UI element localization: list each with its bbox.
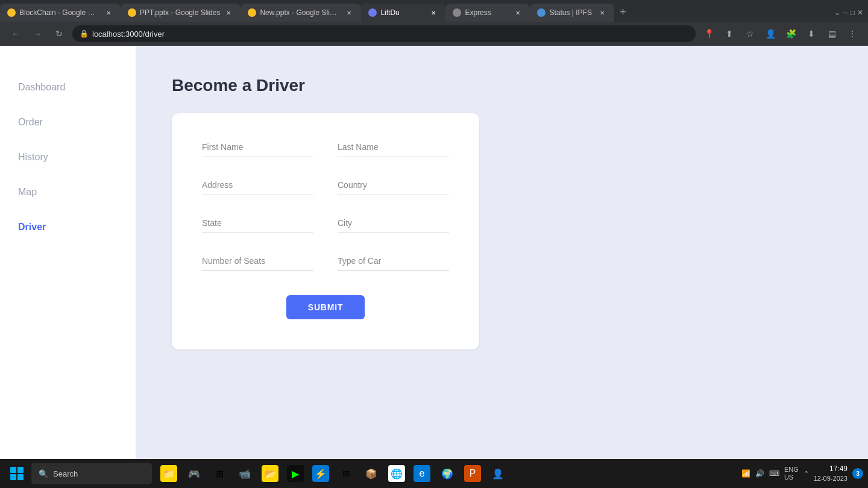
win-cell-2 bbox=[17, 467, 24, 473]
extensions-icon[interactable]: 🧩 bbox=[782, 25, 799, 42]
taskbar-apps: 📁 🎮 ⊞ 📹 📂 ▶ ⚡ ✉ 📦 🌐 e bbox=[157, 461, 510, 486]
state-input[interactable] bbox=[202, 213, 313, 233]
taskbar-app-chrome[interactable]: 🌐 bbox=[385, 461, 409, 486]
state-field bbox=[202, 213, 313, 233]
driver-form: SUBMIT bbox=[202, 137, 449, 319]
bookmark-icon[interactable]: ☆ bbox=[741, 25, 758, 42]
last-name-input[interactable] bbox=[338, 137, 449, 157]
tab-1-close[interactable]: ✕ bbox=[104, 8, 113, 17]
mail-icon: ✉ bbox=[338, 465, 354, 482]
tab-scroll-arrows[interactable]: ⌄ ─ □ ✕ bbox=[834, 4, 868, 22]
taskbar-app-game[interactable]: 🎮 bbox=[182, 461, 206, 486]
submit-button[interactable]: SUBMIT bbox=[286, 295, 365, 319]
tab-3[interactable]: New.pptx - Google Slides ✕ bbox=[241, 4, 361, 22]
tab-arrow-down[interactable]: ⌄ bbox=[834, 8, 840, 17]
form-grid bbox=[202, 137, 449, 271]
win-cell-4 bbox=[17, 474, 24, 480]
notification-badge[interactable]: 3 bbox=[852, 468, 863, 479]
tab-1-title: BlockChain - Google Drive bbox=[19, 8, 100, 17]
tab-2[interactable]: PPT.pptx - Google Slides ✕ bbox=[121, 4, 241, 22]
reload-button[interactable]: ↻ bbox=[51, 25, 68, 42]
city-input[interactable] bbox=[338, 213, 449, 233]
taskbar-clock[interactable]: 17:49 12-09-2023 bbox=[814, 464, 848, 483]
tab-2-close[interactable]: ✕ bbox=[224, 8, 233, 17]
sidebar-item-dashboard[interactable]: Dashboard bbox=[0, 70, 136, 105]
profile-icon[interactable]: 👤 bbox=[762, 25, 779, 42]
chrome2-icon: 🌍 bbox=[439, 465, 456, 482]
tab-4-close[interactable]: ✕ bbox=[429, 8, 438, 17]
taskbar-app-mail[interactable]: ✉ bbox=[334, 461, 358, 486]
taskbar-app-edge[interactable]: e bbox=[410, 461, 434, 486]
tab-1-favicon bbox=[7, 8, 16, 17]
address-actions: 📍 ⬆ ☆ 👤 🧩 ⬇ ▤ ⋮ bbox=[700, 25, 861, 42]
menu-icon[interactable]: ⋮ bbox=[844, 25, 861, 42]
game-icon: 🎮 bbox=[186, 465, 203, 482]
first-name-input[interactable] bbox=[202, 137, 313, 157]
keyboard-icon[interactable]: ⌨ bbox=[769, 469, 779, 478]
sidebar-item-order[interactable]: Order bbox=[0, 105, 136, 140]
share-icon[interactable]: ⬆ bbox=[721, 25, 738, 42]
tab-5[interactable]: Express ✕ bbox=[445, 4, 530, 22]
taskbar-app-box[interactable]: 📦 bbox=[359, 461, 383, 486]
taskbar-app-taskview[interactable]: ⊞ bbox=[207, 461, 231, 486]
language-indicator: ENGUS bbox=[784, 466, 799, 481]
win-cell-1 bbox=[10, 467, 16, 473]
tab-3-favicon bbox=[248, 8, 256, 17]
tab-bar: BlockChain - Google Drive ✕ PPT.pptx - G… bbox=[0, 0, 868, 22]
speaker-icon[interactable]: 🔊 bbox=[755, 469, 764, 478]
taskbar-app-ppt[interactable]: P bbox=[461, 461, 485, 486]
last-name-field bbox=[338, 137, 449, 157]
windows-logo bbox=[10, 467, 24, 480]
wifi-icon[interactable]: 📶 bbox=[741, 469, 750, 478]
window-close[interactable]: ✕ bbox=[857, 8, 863, 17]
window-minimize[interactable]: ─ bbox=[843, 8, 848, 17]
country-input[interactable] bbox=[338, 175, 449, 195]
taskbar-app-video[interactable]: 📹 bbox=[233, 461, 257, 486]
address-input[interactable] bbox=[202, 175, 313, 195]
submit-container: SUBMIT bbox=[202, 295, 449, 319]
seats-input[interactable] bbox=[202, 251, 313, 271]
location-icon[interactable]: 📍 bbox=[700, 25, 717, 42]
start-button[interactable] bbox=[5, 461, 29, 486]
taskbar-app-terminal[interactable]: ▶ bbox=[283, 461, 307, 486]
page-title: Become a Driver bbox=[172, 76, 832, 95]
sidebar-nav: Dashboard Order History Map Driver bbox=[0, 70, 136, 245]
download-icon[interactable]: ⬇ bbox=[803, 25, 820, 42]
taskbar-app-chrome2[interactable]: 🌍 bbox=[435, 461, 459, 486]
sidebar-item-history[interactable]: History bbox=[0, 140, 136, 175]
tab-5-close[interactable]: ✕ bbox=[513, 8, 523, 17]
system-icons[interactable]: ⌃ bbox=[804, 470, 809, 478]
tab-3-title: New.pptx - Google Slides bbox=[260, 8, 341, 17]
ppt-icon: P bbox=[464, 465, 481, 482]
back-button[interactable]: ← bbox=[7, 25, 24, 42]
tab-2-favicon bbox=[128, 8, 136, 17]
sidebar-item-map[interactable]: Map bbox=[0, 175, 136, 210]
tab-6[interactable]: Status | IPFS ✕ bbox=[530, 4, 614, 22]
sidebar: Dashboard Order History Map Driver bbox=[0, 46, 136, 459]
sidebar-toggle-icon[interactable]: ▤ bbox=[823, 25, 840, 42]
tab-4[interactable]: LiftDu ✕ bbox=[361, 4, 445, 22]
taskbar-app-profile[interactable]: 👤 bbox=[486, 461, 510, 486]
driver-form-card: SUBMIT bbox=[172, 113, 479, 349]
first-name-field bbox=[202, 137, 313, 157]
window-maximize[interactable]: □ bbox=[851, 8, 855, 17]
edge-icon: e bbox=[414, 465, 430, 482]
tab-3-close[interactable]: ✕ bbox=[344, 8, 354, 17]
taskbar-app-explorer[interactable]: 📂 bbox=[258, 461, 282, 486]
lock-icon: 🔒 bbox=[80, 30, 89, 38]
tab-5-favicon bbox=[453, 8, 461, 17]
terminal-icon: ▶ bbox=[287, 465, 304, 482]
taskbar-search[interactable]: 🔍 Search bbox=[31, 463, 152, 484]
car-type-input[interactable] bbox=[338, 251, 449, 271]
taskbar-right: 📶 🔊 ⌨ ENGUS ⌃ 17:49 12-09-2023 3 bbox=[741, 464, 863, 483]
sidebar-item-driver[interactable]: Driver bbox=[0, 210, 136, 245]
taskbar-app-vscode[interactable]: ⚡ bbox=[309, 461, 333, 486]
tab-1[interactable]: BlockChain - Google Drive ✕ bbox=[0, 4, 121, 22]
tab-6-close[interactable]: ✕ bbox=[597, 8, 607, 17]
taskbar-date-display: 12-09-2023 bbox=[814, 474, 848, 483]
forward-button[interactable]: → bbox=[29, 25, 46, 42]
url-bar[interactable]: 🔒 localhost:3000/driver bbox=[72, 25, 696, 42]
new-tab-button[interactable]: + bbox=[614, 4, 631, 20]
taskbar-app-files[interactable]: 📁 bbox=[157, 461, 181, 486]
tab-2-title: PPT.pptx - Google Slides bbox=[140, 8, 220, 17]
